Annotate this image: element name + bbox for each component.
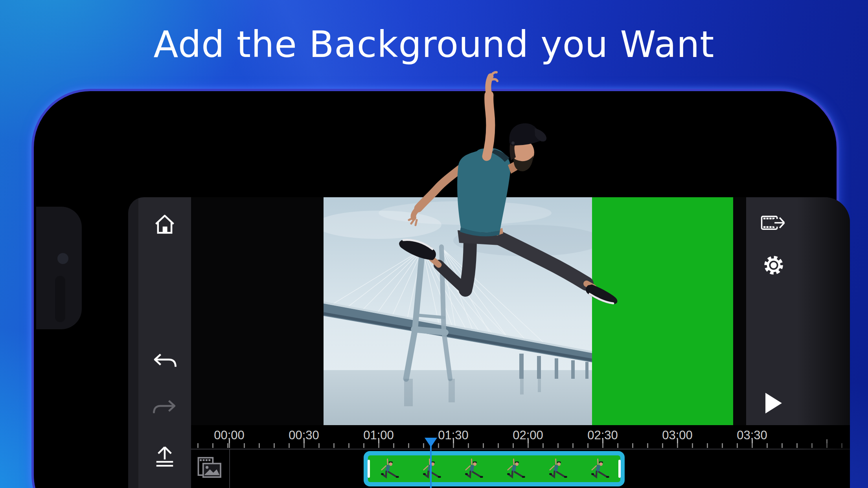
redo-icon — [152, 399, 177, 416]
redo-button[interactable] — [138, 399, 191, 416]
undo-icon — [152, 353, 177, 369]
produce-export-icon — [761, 213, 787, 233]
main-track-header[interactable] — [197, 457, 223, 480]
undo-button[interactable] — [138, 353, 191, 369]
produce-button[interactable] — [758, 213, 789, 233]
trim-handle-left[interactable] — [368, 460, 370, 478]
settings-gear-icon — [761, 253, 786, 277]
media-track-icon — [197, 457, 223, 480]
play-button[interactable] — [758, 392, 789, 414]
ruler-minor-ticks — [191, 443, 850, 448]
front-camera — [57, 253, 68, 264]
left-sidebar — [138, 197, 191, 488]
play-icon — [765, 392, 783, 414]
camera-notch — [36, 207, 82, 329]
jumping-man-cutout — [393, 59, 629, 318]
upload-button[interactable] — [138, 445, 191, 468]
playhead[interactable] — [430, 442, 432, 488]
timeline-tracks: 1 — [191, 449, 850, 488]
bezel-shade-left — [128, 197, 138, 488]
divider — [191, 449, 850, 449]
settings-button[interactable] — [758, 253, 789, 277]
upload-icon — [153, 445, 177, 468]
green-screen-clip[interactable] — [364, 451, 625, 486]
trim-handle-right[interactable] — [618, 460, 621, 478]
home-icon — [153, 213, 176, 235]
divider — [229, 449, 230, 488]
right-panel — [746, 197, 850, 425]
timeline-ruler[interactable]: 00:00 00:30 01:00 01:30 02:00 02:30 03:0… — [191, 425, 850, 449]
speaker-slot — [55, 276, 65, 322]
clip-thumbnails — [368, 455, 620, 482]
home-button[interactable] — [138, 213, 191, 235]
promo-page: Add the Background you Want — [0, 0, 868, 488]
